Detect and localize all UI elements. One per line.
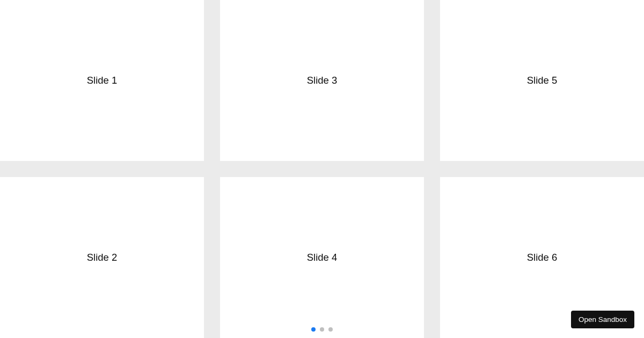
slide-label: Slide 1	[87, 75, 118, 86]
pagination-bullet[interactable]	[311, 327, 316, 332]
slide-label: Slide 3	[307, 75, 338, 86]
slide-label: Slide 2	[87, 252, 118, 263]
pagination	[0, 327, 644, 332]
slide[interactable]: Slide 1	[0, 0, 204, 161]
slide-label: Slide 6	[527, 252, 558, 263]
swiper-container[interactable]: Slide 1 Slide 2 Slide 3 Slide 4 Slide 5 …	[0, 0, 644, 338]
open-sandbox-button[interactable]: Open Sandbox	[571, 311, 634, 328]
slide[interactable]: Slide 4	[220, 177, 424, 338]
swiper-grid: Slide 1 Slide 2 Slide 3 Slide 4 Slide 5 …	[0, 0, 644, 338]
slide-label: Slide 4	[307, 252, 338, 263]
slide[interactable]: Slide 3	[220, 0, 424, 161]
pagination-bullet[interactable]	[320, 327, 324, 332]
slide[interactable]: Slide 2	[0, 177, 204, 338]
slide-label: Slide 5	[527, 75, 558, 86]
slide[interactable]: Slide 5	[440, 0, 644, 161]
pagination-bullet[interactable]	[328, 327, 333, 332]
